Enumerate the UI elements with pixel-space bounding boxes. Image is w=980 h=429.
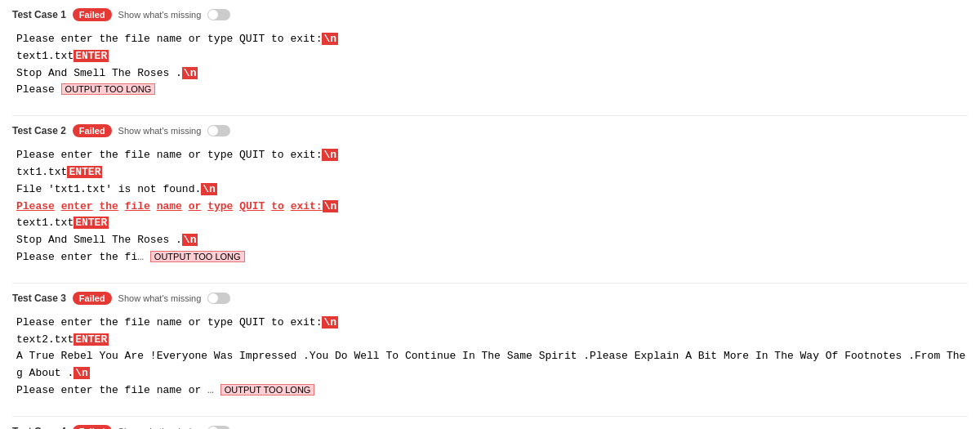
line-2-6: Stop And Smell The Roses .\n xyxy=(16,232,968,249)
line-2-3: File 'txt1.txt' is not found.\n xyxy=(16,181,968,199)
line-3-3: A True Rebel You Are !Everyone Was Impre… xyxy=(16,348,968,382)
divider-3 xyxy=(12,416,968,417)
newline-2-3: \n xyxy=(201,183,217,195)
test-case-3: Test Case 3 Failed Show what's missing P… xyxy=(12,292,968,400)
line-2-7: Please enter the fi… OUTPUT TOO LONG xyxy=(16,249,968,266)
test-label-4: Test Case 4 xyxy=(12,426,66,429)
line-2-2: txt1.txtENTER xyxy=(16,164,968,181)
newline-3-3: \n xyxy=(74,367,90,379)
show-missing-label-3: Show what's missing xyxy=(118,293,202,303)
failed-badge-1: Failed xyxy=(73,8,112,21)
test-body-1: Please enter the file name or type QUIT … xyxy=(12,31,968,99)
show-missing-toggle-2[interactable] xyxy=(207,125,230,136)
line-1-4: Please OUTPUT TOO LONG xyxy=(16,82,968,99)
line-2-5: text1.txtENTER xyxy=(16,215,968,232)
line-2-4: Please enter the file name or type QUIT … xyxy=(16,199,968,216)
line-3-1: Please enter the file name or type QUIT … xyxy=(16,315,968,332)
newline-2-1: \n xyxy=(322,149,338,161)
test-label-3: Test Case 3 xyxy=(12,293,66,304)
test-body-3: Please enter the file name or type QUIT … xyxy=(12,315,968,400)
line-3-4: Please enter the file name or … OUTPUT T… xyxy=(16,382,968,400)
line-2-1: Please enter the file name or type QUIT … xyxy=(16,147,968,164)
line-1-1: Please enter the file name or type QUIT … xyxy=(16,31,968,48)
enter-2-5: ENTER xyxy=(74,217,109,229)
failed-badge-3: Failed xyxy=(73,292,112,305)
show-missing-label-1: Show what's missing xyxy=(118,10,202,20)
divider-1 xyxy=(12,115,968,116)
enter-2-2: ENTER xyxy=(67,166,102,178)
test-header-1: Test Case 1 Failed Show what's missing xyxy=(12,8,968,21)
test-label-1: Test Case 1 xyxy=(12,9,66,20)
show-missing-toggle-1[interactable] xyxy=(207,9,230,20)
show-missing-toggle-3[interactable] xyxy=(207,293,230,304)
failed-badge-4: Failed xyxy=(73,425,112,429)
newline-indicator: \n xyxy=(322,33,338,45)
newline-indicator-2: \n xyxy=(182,67,198,79)
newline-2-4: \n xyxy=(323,200,339,212)
newline-2-6: \n xyxy=(182,234,198,246)
show-missing-label-2: Show what's missing xyxy=(118,126,202,136)
output-too-long-badge-1: OUTPUT TOO LONG xyxy=(61,83,156,95)
test-header-4: Test Case 4 Failed Show what's missing xyxy=(12,425,968,429)
enter-indicator: ENTER xyxy=(74,50,109,62)
line-3-2: text2.txtENTER xyxy=(16,332,968,349)
newline-3-1: \n xyxy=(322,316,338,328)
enter-3-2: ENTER xyxy=(74,333,109,346)
line-1-2: text1.txtENTER xyxy=(16,48,968,65)
output-too-long-badge-2: OUTPUT TOO LONG xyxy=(150,251,245,262)
test-header-2: Test Case 2 Failed Show what's missing xyxy=(12,124,968,137)
divider-2 xyxy=(12,283,968,284)
line-1-3: Stop And Smell The Roses .\n xyxy=(16,65,968,83)
output-too-long-badge-3: OUTPUT TOO LONG xyxy=(220,384,315,395)
test-case-2: Test Case 2 Failed Show what's missing P… xyxy=(12,124,968,266)
test-case-1: Test Case 1 Failed Show what's missing P… xyxy=(12,8,968,99)
failed-badge-2: Failed xyxy=(73,124,112,137)
test-case-4: Test Case 4 Failed Show what's missing P… xyxy=(12,425,968,429)
test-body-2: Please enter the file name or type QUIT … xyxy=(12,147,968,266)
test-header-3: Test Case 3 Failed Show what's missing xyxy=(12,292,968,305)
test-label-2: Test Case 2 xyxy=(12,125,66,136)
show-missing-toggle-4[interactable] xyxy=(207,426,230,429)
